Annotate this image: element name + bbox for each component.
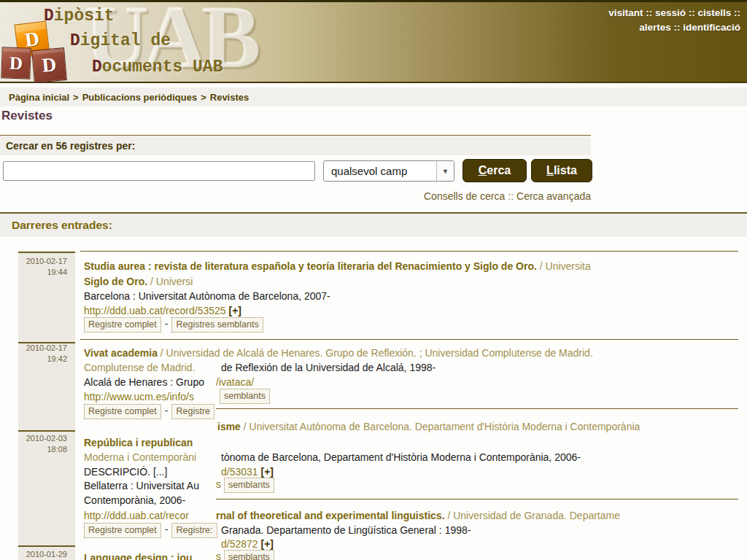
record3-ghost-author2: / Universidad de Granada. Departame — [445, 510, 620, 521]
record2-similar-records-link[interactable]: Registre — [171, 404, 214, 419]
logo-cap2: D — [70, 31, 80, 50]
record3-url-line: http://ddd.uab.cat/recor — [84, 508, 189, 523]
record3-actions-dash: - — [165, 524, 169, 535]
record3-ghost-title2-line: rnal of theoretical and experimental lin… — [216, 508, 620, 523]
breadcrumb-sep2: > — [201, 92, 206, 103]
record1-title-line: Studia aurea : revista de literatura esp… — [84, 259, 591, 273]
record2-url-line: http://www.ucm.es/info/s — [84, 389, 194, 404]
record2-actions-dash: - — [165, 405, 169, 416]
search-help-links: Consells de cerca::Cerca avançada — [292, 190, 591, 202]
breadcrumb-home-link[interactable]: Pàgina inicial — [9, 92, 69, 103]
record3-date: 2010-02-03 — [18, 433, 67, 444]
record2-url-link[interactable]: http://www.ucm.es/info/s — [84, 391, 194, 402]
record2-title-line: Vivat academia / Universidad de Alcalá d… — [84, 346, 593, 360]
record4-ghost-separator — [216, 499, 738, 499]
record3-ghost-similar: s semblants — [216, 477, 274, 493]
record2-author: / Universidad de Alcalá de Henares. Grup… — [158, 347, 593, 359]
record3-url-link[interactable]: http://ddd.uab.cat/recor — [84, 510, 189, 521]
logo-text-line1[interactable]: Dipòsit — [44, 7, 115, 26]
search-field-selected-value: qualsevol camp — [324, 165, 436, 177]
record3-ghost-s: s — [216, 478, 221, 490]
account-links-line2[interactable]: alertes :: identificació — [608, 20, 740, 35]
search-field-select[interactable]: qualsevol camp ▼ — [323, 160, 454, 182]
record3-ghost-similar-box[interactable]: semblants — [224, 478, 274, 493]
search-label: Cercar en 56 registres per: — [6, 140, 135, 152]
logo-text-line3[interactable]: Documents UAB — [92, 58, 222, 77]
record3-ghost-separator — [216, 408, 738, 409]
list-button[interactable]: Llista — [531, 159, 592, 182]
record3-ghost-title2[interactable]: rnal of theoretical and experimental lin… — [216, 510, 445, 521]
record4-title-link[interactable]: Language design : jou — [84, 552, 193, 560]
site-header: UAB D D D Dipòsit Digital de Documents U… — [0, 0, 747, 83]
record1-full-record-link[interactable]: Registre complet — [84, 317, 161, 332]
record2-title-link[interactable]: Vivat academia — [84, 347, 158, 359]
search-tips-link[interactable]: Consells de cerca — [424, 190, 505, 202]
logo-cap3: D — [92, 58, 102, 77]
record3-similar-records-link[interactable]: Registre: — [171, 523, 217, 538]
record2-author-wrap: Complutense de Madrid. — [84, 360, 196, 375]
record3-ghost-title-line: isme / Universitat Autònoma de Barcelona… — [217, 419, 640, 434]
record4-ghost-similar-box[interactable]: semblants — [224, 550, 274, 560]
record3-title-line: República i republican — [84, 435, 193, 450]
record3-ghost-more[interactable]: [+] — [261, 466, 274, 478]
record3-description: DESCRIPCIÓ. [...] — [84, 464, 167, 479]
record3-title-link[interactable]: República i republican — [84, 437, 193, 448]
page-title: Revistes — [1, 109, 53, 123]
breadcrumb-publications-link[interactable]: Publicacions periòdiques — [82, 92, 197, 103]
record2-separator — [80, 339, 738, 340]
record4-date-separator — [18, 545, 75, 547]
record3-ghost-url[interactable]: d/53031 — [221, 466, 258, 478]
record3-time: 18:08 — [18, 444, 67, 455]
record1-time: 19:44 — [18, 267, 67, 278]
record3-publisher: Bellaterra : Universitat Au — [84, 478, 199, 493]
record4-ghost-similar: s semblants — [216, 549, 274, 560]
search-input[interactable] — [3, 161, 315, 181]
links-separator: :: — [508, 190, 514, 202]
logo-rest1: ipòsit — [54, 7, 115, 26]
record3-ghost-more2[interactable]: [+] — [261, 538, 274, 550]
breadcrumb: Pàgina inicial > Publicacions periòdique… — [0, 88, 747, 106]
record4-date: 2010-01-29 — [18, 549, 67, 560]
record1-actions: Registre complet-Registres semblants — [84, 316, 263, 332]
record1-title-wrap[interactable]: Siglo de Oro. — [84, 276, 147, 287]
date-column-background — [18, 252, 75, 560]
record2-ghost-url-text[interactable]: /ivataca/ — [216, 376, 254, 388]
record4-title-line: Language design : jou — [84, 551, 193, 560]
record3-ghost-publisher: tònoma de Barcelona, Departament d'Histò… — [221, 450, 581, 464]
record1-separator — [80, 251, 738, 252]
logo-cap1: D — [44, 7, 54, 26]
breadcrumb-sep1: > — [73, 92, 79, 103]
account-links-line1[interactable]: visitant :: sessió :: cistells :: — [608, 6, 740, 20]
logo-rest2: igital de — [80, 31, 171, 50]
record3-full-record-link[interactable]: Registre complet — [84, 523, 161, 538]
record2-ghost-similar-box[interactable]: semblants — [220, 389, 270, 404]
record1-title-wrap-line: Siglo de Oro. / Universi — [84, 274, 193, 289]
record2-ghost-similar: semblants — [220, 388, 270, 404]
account-links: visitant :: sessió :: cistells :: alerte… — [608, 6, 740, 35]
record3-ghost-publisher2: Granada. Departamento de Lingüística Gen… — [221, 523, 471, 537]
latest-entries-header: Darreres entrades: — [0, 212, 747, 237]
record1-similar-records-link[interactable]: Registres semblants — [171, 317, 263, 332]
record3-ghost-title[interactable]: isme — [217, 421, 241, 432]
record3-author-wrap-text: Moderna i Contemporàni — [84, 451, 196, 463]
advanced-search-link[interactable]: Cerca avançada — [516, 190, 591, 202]
record3-ghost-url2[interactable]: d/52872 — [221, 538, 258, 550]
select-arrow-icon[interactable]: ▼ — [436, 161, 454, 181]
record2-time: 19:42 — [18, 354, 67, 365]
search-button[interactable]: Cerca — [462, 159, 527, 182]
breadcrumb-current: Revistes — [210, 92, 249, 103]
record4-ghost-s: s — [216, 551, 221, 560]
record2-ghost-publisher: de Reflexión de la Universidad de Alcalá… — [221, 360, 436, 375]
record2-publisher: Alcalá de Henares : Grupo — [84, 375, 204, 389]
record1-more-link[interactable]: [+] — [228, 305, 241, 316]
logo-text-line2[interactable]: Digital de — [70, 31, 171, 50]
record1-date: 2010-02-17 — [18, 256, 67, 267]
record1-actions-dash: - — [165, 318, 169, 330]
record1-title-link[interactable]: Studia aurea : revista de literatura esp… — [84, 260, 537, 272]
record1-url-link[interactable]: http://ddd.uab.cat/record/53525 — [84, 305, 226, 316]
record2-actions: Registre complet-Registre — [84, 403, 214, 419]
logo-rest3: ocuments UAB — [102, 58, 223, 77]
record1-author-wrap: / Universi — [147, 276, 193, 287]
record2-full-record-link[interactable]: Registre complet — [84, 404, 161, 419]
record1-url-line: http://ddd.uab.cat/record/53525 [+] — [84, 303, 241, 318]
